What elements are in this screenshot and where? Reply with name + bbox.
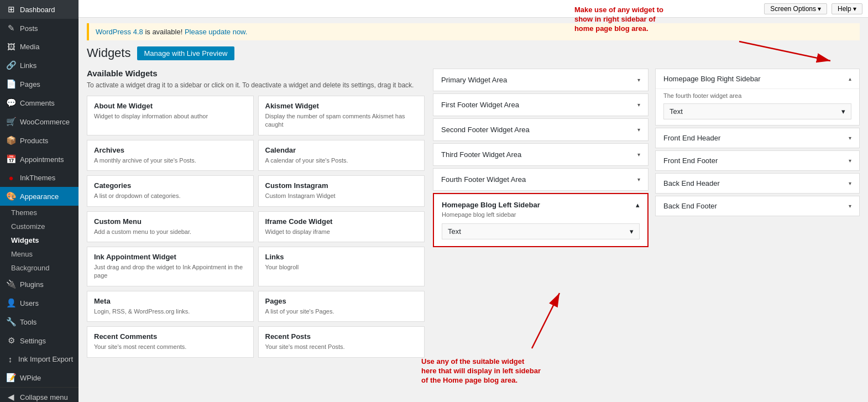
collapse-menu-button[interactable]: ◀ Collapse menu bbox=[0, 388, 79, 402]
homepage-left-title: Homepage Blog Left Sidebar bbox=[442, 201, 540, 209]
sidebar-item-inkthemes[interactable]: ● InkThemes bbox=[0, 169, 79, 187]
widget-box-custom-instagram[interactable]: Custom Instagram Custom Instagram Widget bbox=[258, 175, 425, 206]
widget-box-custom-menu[interactable]: Custom Menu Add a custom menu to your si… bbox=[87, 211, 254, 242]
sidebar-sub-themes[interactable]: Themes bbox=[0, 206, 79, 220]
topbar: Screen Options ▾ Help ▾ bbox=[79, 0, 868, 18]
help-button[interactable]: Help ▾ bbox=[832, 3, 862, 14]
sidebar-widget-header-back-end-footer[interactable]: Back End Footer ▾ bbox=[656, 196, 859, 216]
chevron-down-icon: ▾ bbox=[630, 227, 634, 236]
widget-box-pages[interactable]: Pages A list of your site's Pages. bbox=[258, 291, 425, 322]
right-panel: Primary Widget Area ▾ First Footer Widge… bbox=[433, 69, 860, 396]
widget-area-primary[interactable]: Primary Widget Area ▾ bbox=[433, 69, 649, 91]
sidebar-text-dropdown[interactable]: Text ▾ bbox=[663, 103, 851, 119]
settings-icon: ⚙ bbox=[6, 336, 17, 346]
sidebars-column: Homepage Blog Right Sidebar ▴ The fourth… bbox=[655, 69, 860, 396]
sidebar-label: InkThemes bbox=[20, 174, 55, 182]
widget-box-archives[interactable]: Archives A monthly archive of your site'… bbox=[87, 140, 254, 171]
widget-box-recent-posts[interactable]: Recent Posts Your site's most recent Pos… bbox=[258, 326, 425, 357]
widget-area-third-footer[interactable]: Third Footer Widget Area ▾ bbox=[433, 143, 649, 166]
widget-title: Custom Menu bbox=[94, 217, 247, 226]
chevron-down-icon: ▾ bbox=[849, 135, 851, 141]
widget-box-ink-appointment[interactable]: Ink Appointment Widget Just drag and dro… bbox=[87, 247, 254, 286]
widget-area-first-footer[interactable]: First Footer Widget Area ▾ bbox=[433, 93, 649, 116]
widget-title: Meta bbox=[94, 297, 247, 305]
sidebar-item-posts[interactable]: ✎ Posts bbox=[0, 19, 79, 38]
widget-box-categories[interactable]: Categories A list or dropdown of categor… bbox=[87, 175, 254, 206]
widget-box-iframe[interactable]: Iframe Code Widget Widget to display ifr… bbox=[258, 211, 425, 242]
sidebar-widget-title: Front End Header bbox=[663, 134, 720, 142]
sidebar-label: Settings bbox=[20, 337, 46, 345]
page-title: Widgets bbox=[87, 46, 130, 60]
sidebar-item-comments[interactable]: 💬 Comments bbox=[0, 93, 79, 112]
appointments-icon: 📅 bbox=[6, 154, 17, 164]
screen-options-button[interactable]: Screen Options ▾ bbox=[764, 3, 827, 14]
help-label: Help ▾ bbox=[838, 5, 856, 13]
sidebar-item-woocommerce[interactable]: 🛒 WooCommerce bbox=[0, 112, 79, 131]
sidebar-widget-header-front-end-header[interactable]: Front End Header ▾ bbox=[656, 128, 859, 148]
sidebar-item-wpide[interactable]: 📝 WPide bbox=[0, 368, 79, 387]
sidebar-sub-widgets[interactable]: Widgets bbox=[0, 233, 79, 247]
widget-box-meta[interactable]: Meta Login, RSS, & WordPress.org links. bbox=[87, 291, 254, 322]
manage-live-preview-button[interactable]: Manage with Live Preview bbox=[137, 46, 234, 60]
widget-title: Custom Instagram bbox=[265, 181, 418, 190]
sidebar-label: Appearance bbox=[20, 192, 59, 201]
sidebar-item-dashboard[interactable]: ⊞ Dashboard bbox=[0, 0, 79, 19]
screen-options-chevron-icon: ▾ bbox=[818, 5, 821, 13]
update-is-available-text: is available! bbox=[145, 28, 185, 36]
sidebar-item-settings[interactable]: ⚙ Settings bbox=[0, 331, 79, 350]
sidebar-widget-header-front-end-footer[interactable]: Front End Footer ▾ bbox=[656, 151, 859, 170]
please-update-link[interactable]: Please update now. bbox=[185, 28, 247, 36]
widget-box-recent-comments[interactable]: Recent Comments Your site's most recent … bbox=[87, 326, 254, 357]
widget-box-links[interactable]: Links Your blogroll bbox=[258, 247, 425, 286]
comments-icon: 💬 bbox=[6, 98, 17, 108]
widget-box-calendar[interactable]: Calendar A calendar of your site's Posts… bbox=[258, 140, 425, 171]
sidebar-label: Users bbox=[20, 299, 39, 307]
sidebar-item-products[interactable]: 📦 Products bbox=[0, 131, 79, 150]
sidebar-item-pages[interactable]: 📄 Pages bbox=[0, 75, 79, 93]
sidebar: ⊞ Dashboard ✎ Posts 🖼 Media 🔗 Links 📄 Pa… bbox=[0, 0, 79, 402]
widget-area-second-footer[interactable]: Second Footer Widget Area ▾ bbox=[433, 118, 649, 141]
widget-desc: Display the number of spam comments Akis… bbox=[265, 112, 418, 129]
sidebar-widget-header-homepage-right[interactable]: Homepage Blog Right Sidebar ▴ bbox=[656, 69, 859, 88]
sidebar-item-tools[interactable]: 🔧 Tools bbox=[0, 312, 79, 331]
sidebar-item-users[interactable]: 👤 Users bbox=[0, 294, 79, 312]
widget-title: Pages bbox=[265, 297, 418, 305]
sidebar-widget-title: Homepage Blog Right Sidebar bbox=[663, 75, 761, 83]
widget-title: Recent Posts bbox=[265, 332, 418, 341]
widget-desc: Widget to display information about auth… bbox=[94, 112, 247, 121]
update-notice: WordPress 4.8 is available! Please updat… bbox=[87, 23, 860, 40]
sidebar-item-appointments[interactable]: 📅 Appointments bbox=[0, 150, 79, 169]
sidebar-item-media[interactable]: 🖼 Media bbox=[0, 38, 79, 56]
dropdown-text: Text bbox=[670, 107, 683, 116]
widget-title: Calendar bbox=[265, 146, 418, 154]
products-icon: 📦 bbox=[6, 135, 17, 145]
available-widgets-section: Available Widgets To activate a widget d… bbox=[87, 69, 425, 396]
widget-area-label: Primary Widget Area bbox=[441, 76, 507, 84]
sidebar-sub-customize[interactable]: Customize bbox=[0, 220, 79, 233]
sidebar-sub-menus[interactable]: Menus bbox=[0, 247, 79, 261]
update-link[interactable]: WordPress 4.8 bbox=[96, 28, 143, 36]
sidebar-item-plugins[interactable]: 🔌 Plugins bbox=[0, 275, 79, 294]
sidebar-item-links[interactable]: 🔗 Links bbox=[0, 56, 79, 75]
sidebar-front-end-header: Front End Header ▾ bbox=[655, 128, 860, 148]
woocommerce-icon: 🛒 bbox=[6, 117, 17, 127]
widget-box-about-me[interactable]: About Me Widget Widget to display inform… bbox=[87, 96, 254, 135]
homepage-left-text-dropdown[interactable]: Text ▾ bbox=[442, 223, 640, 239]
dropdown-text: Text bbox=[448, 227, 461, 236]
widget-desc: Add a custom menu to your sidebar. bbox=[94, 228, 247, 236]
widget-areas-column: Primary Widget Area ▾ First Footer Widge… bbox=[433, 69, 649, 396]
widget-area-fourth-footer[interactable]: Fourth Footer Widget Area ▾ bbox=[433, 168, 649, 191]
widget-title: Recent Comments bbox=[94, 332, 247, 341]
sidebar-label: Ink Import Export bbox=[18, 355, 73, 363]
sidebar-widget-header-back-end-header[interactable]: Back End Header ▾ bbox=[656, 174, 859, 193]
sidebar-item-ink-import-export[interactable]: ↕ Ink Import Export bbox=[0, 350, 79, 368]
chevron-up-icon: ▴ bbox=[636, 201, 640, 209]
sidebar-sub-background[interactable]: Background bbox=[0, 261, 79, 275]
widget-area-label: Fourth Footer Widget Area bbox=[441, 175, 526, 184]
widget-box-akismet[interactable]: Akismet Widget Display the number of spa… bbox=[258, 96, 425, 135]
sidebar-label: Products bbox=[20, 137, 48, 145]
posts-icon: ✎ bbox=[6, 23, 17, 33]
sidebar-widget-subtitle: The fourth footer widget area bbox=[663, 92, 851, 99]
sidebar-item-appearance[interactable]: 🎨 Appearance bbox=[0, 187, 79, 206]
available-widgets-desc: To activate a widget drag it to a sideba… bbox=[87, 81, 425, 89]
